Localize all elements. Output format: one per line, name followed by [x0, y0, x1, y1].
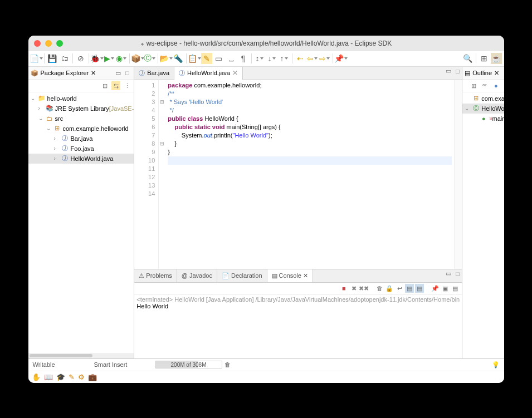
status-writable: Writable — [33, 361, 83, 368]
search-button[interactable]: 🔦 — [173, 53, 184, 64]
toggle-block-selection-button[interactable]: ▭ — [213, 53, 224, 64]
maximize-bottom-button[interactable]: □ — [453, 269, 462, 278]
code-content[interactable]: package com.example.helloworld;/** * Say… — [165, 80, 454, 269]
clear-console-button[interactable]: 🗑 — [375, 284, 384, 293]
console-line: Hello World — [136, 303, 460, 309]
show-stderr-button[interactable]: ▤ — [415, 284, 424, 293]
console-tab[interactable]: ▤ Console ✕ — [267, 269, 313, 282]
status-bar: Writable Smart Insert 200M of 308M 🗑 💡 — [28, 358, 504, 371]
hand-icon[interactable]: ✋ — [32, 373, 41, 381]
tree-library[interactable]: ›📚JRE System Library [JavaSE- — [28, 104, 134, 114]
gear-icon[interactable]: ⚙ — [78, 373, 85, 381]
remove-all-button[interactable]: ✖✖ — [359, 284, 368, 293]
show-paragraphs-button[interactable]: ¶ — [238, 53, 249, 64]
back-button[interactable]: ⇦ — [307, 53, 318, 64]
outline-package[interactable]: ⊞com.example.helloworld — [462, 94, 504, 104]
tree-project[interactable]: ⌄📁hello-world — [28, 94, 134, 104]
maximize-view-button[interactable]: □ — [123, 68, 131, 77]
book-icon[interactable]: 📖 — [44, 373, 53, 381]
editor-tab[interactable]: ⒿBar.java — [134, 67, 174, 80]
problems-tab[interactable]: ⚠ Problems — [134, 269, 177, 282]
minimize-editor-button[interactable]: ▭ — [444, 67, 453, 76]
open-perspective-button[interactable]: ⊞ — [479, 53, 490, 64]
zoom-window-button[interactable] — [56, 40, 63, 47]
collapse-all-button[interactable]: ⊟ — [100, 81, 109, 90]
declaration-tab[interactable]: 📄 Declaration — [217, 269, 267, 282]
wand-icon[interactable]: ✎ — [69, 373, 75, 381]
quick-access-button[interactable]: 🔍 — [462, 53, 474, 64]
tree-file[interactable]: ›ⒿFoo.java — [28, 144, 134, 154]
scroll-lock-button[interactable]: 🔒 — [385, 284, 394, 293]
remove-launch-button[interactable]: ✖ — [349, 284, 358, 293]
fold-gutter[interactable]: ⊟ ⊟ — [159, 80, 165, 269]
horizontal-scrollbar[interactable] — [28, 353, 134, 358]
console-output[interactable]: <terminated> HelloWorld [Java Applicatio… — [134, 295, 462, 358]
focus-active-button[interactable]: ⊞ — [469, 81, 478, 90]
minimize-view-button[interactable]: ▭ — [114, 68, 123, 77]
java-perspective-button[interactable]: ☕ — [491, 53, 502, 64]
outline-class[interactable]: ⌄ⒸHelloWorld — [462, 104, 504, 114]
outline-tree[interactable]: ⊞com.example.helloworld ⌄ⒸHelloWorld ●S … — [462, 92, 504, 358]
close-window-button[interactable] — [34, 40, 41, 47]
console-toolbar: ■ ✖ ✖✖ 🗑 🔒 ↩ ▤ ▤ 📌 ▣ ▤ — [134, 283, 462, 295]
tree-file[interactable]: ›ⒿBar.java — [28, 134, 134, 144]
open-console-button[interactable]: ▤ — [451, 284, 460, 293]
last-edit-button[interactable]: ⇠ — [295, 53, 306, 64]
open-type-button[interactable]: 📂 — [160, 53, 172, 64]
new-java-class-button[interactable]: Ⓒ — [144, 53, 155, 64]
close-tab-icon[interactable]: ✕ — [232, 69, 238, 77]
package-explorer-tree[interactable]: ⌄📁hello-world ›📚JRE System Library [Java… — [28, 92, 134, 353]
view-menu-button[interactable]: ⋮ — [123, 81, 131, 90]
coverage-button[interactable]: ◉ — [116, 53, 127, 64]
window-title: ⬥ws-eclipse - hello-world/src/com/exampl… — [28, 40, 504, 47]
minimize-window-button[interactable] — [45, 40, 52, 47]
tree-package[interactable]: ⌄⊞com.example.helloworld — [28, 124, 134, 134]
new-button[interactable]: 📄 — [31, 53, 42, 64]
toggle-mark-occurrences-button[interactable]: ✎ — [201, 53, 212, 64]
console-header: <terminated> HelloWorld [Java Applicatio… — [136, 296, 460, 303]
status-memory[interactable]: 200M of 308M 🗑 — [155, 361, 231, 368]
javadoc-tab[interactable]: @ Javadoc — [177, 269, 217, 282]
tree-src[interactable]: ⌄🗀src — [28, 114, 134, 124]
link-with-editor-button[interactable]: ⇆ — [111, 81, 120, 90]
debug-button[interactable]: 🐞 — [91, 53, 103, 64]
tree-file-selected[interactable]: ›ⒿHelloWorld.java — [28, 154, 134, 164]
display-console-button[interactable]: ▣ — [441, 284, 450, 293]
pin-editor-button[interactable]: 📌 — [335, 53, 346, 64]
hide-fields-button[interactable]: ● — [491, 81, 500, 90]
main-toolbar: 📄 💾 🗂 ⊘ 🐞 ▶ ◉ 📦 Ⓒ 📂 🔦 📋 ✎ ▭ ⎵ ¶ ↕ ↓ ↑ ⇠ … — [28, 51, 504, 67]
next-annotation-button[interactable]: ↓ — [266, 53, 277, 64]
hat-icon[interactable]: 🎓 — [56, 373, 65, 381]
trim-bar: ✋ 📖 🎓 ✎ ⚙ 💼 — [28, 371, 504, 383]
run-button[interactable]: ▶ — [104, 53, 115, 64]
titlebar: ⬥ws-eclipse - hello-world/src/com/exampl… — [28, 36, 504, 51]
pin-console-button[interactable]: 📌 — [431, 284, 440, 293]
editor-area: ⒿBar.java ⒿHelloWorld.java✕ ▭ □ 12345678… — [134, 67, 462, 269]
package-explorer-tab[interactable]: 📦 Package Explorer ✕ — [31, 70, 96, 77]
bottom-view-area: ⚠ Problems @ Javadoc 📄 Declaration ▤ Con… — [134, 269, 462, 358]
code-editor[interactable]: 1234567891011121314 ⊟ ⊟ package com.exam… — [134, 80, 462, 269]
skip-breakpoints-button[interactable]: ⊘ — [75, 53, 86, 64]
sort-button[interactable]: ᵃᶻ — [480, 81, 489, 90]
annotation-nav-button[interactable]: ↕ — [254, 53, 265, 64]
outline-method[interactable]: ●S main(String[]) : void — [462, 114, 504, 124]
terminate-button[interactable]: ■ — [339, 284, 348, 293]
show-whitespace-button[interactable]: ⎵ — [226, 53, 237, 64]
show-stdout-button[interactable]: ▤ — [405, 284, 414, 293]
prev-annotation-button[interactable]: ↑ — [279, 53, 290, 64]
overview-ruler[interactable] — [454, 80, 462, 269]
save-all-button[interactable]: 🗂 — [59, 53, 70, 64]
minimize-bottom-button[interactable]: ▭ — [444, 269, 453, 278]
word-wrap-button[interactable]: ↩ — [395, 284, 404, 293]
tip-button[interactable]: 💡 — [492, 361, 500, 368]
hide-static-button[interactable]: ˢ — [502, 81, 504, 90]
briefcase-icon[interactable]: 💼 — [88, 373, 97, 381]
maximize-editor-button[interactable]: □ — [453, 67, 462, 76]
outline-tab[interactable]: ▤ Outline ✕ — [465, 70, 499, 77]
editor-tab-active[interactable]: ⒿHelloWorld.java✕ — [174, 67, 243, 80]
open-task-button[interactable]: 📋 — [189, 53, 200, 64]
forward-button[interactable]: ⇨ — [319, 53, 330, 64]
save-button[interactable]: 💾 — [47, 53, 58, 64]
new-java-package-button[interactable]: 📦 — [132, 53, 143, 64]
gc-button[interactable]: 🗑 — [224, 361, 231, 368]
